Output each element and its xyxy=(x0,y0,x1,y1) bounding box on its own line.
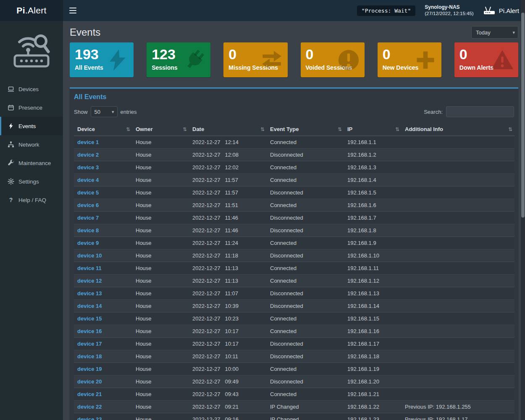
additional-info-cell xyxy=(402,224,514,237)
device-link[interactable]: device 23 xyxy=(77,416,102,420)
event-type-cell: Connected xyxy=(267,363,344,375)
date-cell: 2022-12-2711:24 xyxy=(189,237,267,249)
owner-cell: House xyxy=(132,413,189,420)
device-link[interactable]: device 16 xyxy=(77,328,102,334)
card-new-devices[interactable]: 0 New Devices xyxy=(378,42,441,77)
table-row: device 21House2022-12-2709:43Connected19… xyxy=(74,388,514,401)
additional-info-cell xyxy=(402,325,514,338)
device-link[interactable]: device 6 xyxy=(77,202,99,208)
device-link[interactable]: device 5 xyxy=(77,189,99,196)
additional-info-cell: Previous IP: 192.168.1.255 xyxy=(402,401,514,413)
sidebar-item-label: Network xyxy=(18,142,39,148)
card-voided-sessions[interactable]: 0 Voided Sessions xyxy=(301,42,365,77)
device-link[interactable]: device 2 xyxy=(77,152,99,158)
gear-icon xyxy=(8,178,14,185)
column-header-date[interactable]: Date⇅ xyxy=(189,123,267,136)
event-type-cell: Disconnected xyxy=(267,350,344,363)
device-link[interactable]: device 22 xyxy=(77,404,102,410)
sidebar-item-network[interactable]: Network xyxy=(0,135,63,154)
sidebar-item-events[interactable]: Events xyxy=(0,117,63,135)
bolt-icon xyxy=(8,123,14,129)
card-all-events[interactable]: 193 All Events xyxy=(70,42,134,77)
additional-info-cell xyxy=(402,249,514,262)
device-link[interactable]: device 3 xyxy=(77,164,99,171)
content-header: Events Today xyxy=(63,21,525,41)
column-header-event-type[interactable]: Event Type⇅ xyxy=(267,123,344,136)
ip-cell: 192.168.1.4 xyxy=(344,174,402,186)
sort-icon: ⇅ xyxy=(183,126,187,132)
additional-info-cell xyxy=(402,136,514,149)
device-link[interactable]: device 4 xyxy=(77,177,99,183)
date-cell: 2022-12-2711:07 xyxy=(189,287,267,300)
date-cell: 2022-12-2711:51 xyxy=(189,199,267,212)
column-header-owner[interactable]: Owner⇅ xyxy=(132,123,189,136)
device-link[interactable]: device 21 xyxy=(77,391,102,397)
period-select[interactable]: Today xyxy=(471,26,518,39)
table-row: device 16House2022-12-2710:17Connected19… xyxy=(74,325,514,338)
date-cell: 2022-12-2712:08 xyxy=(189,149,267,161)
event-type-cell: Connected xyxy=(267,312,344,325)
column-header-ip[interactable]: IP⇅ xyxy=(344,123,402,136)
device-link[interactable]: device 12 xyxy=(77,278,102,284)
date-cell: 2022-12-2709:49 xyxy=(189,375,267,388)
event-type-cell: Disconnected xyxy=(267,224,344,237)
owner-cell: House xyxy=(132,224,189,237)
device-link[interactable]: device 10 xyxy=(77,252,102,259)
date-cell: 2022-12-2711:57 xyxy=(189,186,267,199)
ip-cell: 192.168.1.13 xyxy=(344,287,402,300)
device-cell: device 3 xyxy=(74,161,132,174)
sidebar-item-maintenance[interactable]: Maintenance xyxy=(0,154,63,172)
show-label: Show xyxy=(74,109,88,115)
additional-info-cell xyxy=(402,287,514,300)
ip-cell: 192.168.1.21 xyxy=(344,388,402,401)
sidebar-toggle-button[interactable] xyxy=(63,0,82,21)
table-row: device 10House2022-12-2711:18Disconnecte… xyxy=(74,249,514,262)
card-sessions[interactable]: 123 Sessions xyxy=(147,42,210,77)
sidebar-item-settings[interactable]: Settings xyxy=(0,172,63,191)
scrollbar-thumb[interactable] xyxy=(521,13,525,218)
date-cell: 2022-12-2710:17 xyxy=(189,338,267,350)
card-down-alerts[interactable]: 0 Down Alerts xyxy=(454,42,518,77)
device-link[interactable]: device 7 xyxy=(77,215,99,221)
brand-text: .Alert xyxy=(25,5,47,16)
owner-cell: House xyxy=(132,401,189,413)
brand-logo[interactable]: Pi.Alert xyxy=(0,0,63,21)
device-link[interactable]: device 13 xyxy=(77,290,102,297)
sidebar-item-help[interactable]: ? Help / FAQ xyxy=(0,191,63,209)
device-link[interactable]: device 18 xyxy=(77,353,102,360)
table-row: device 22House2022-12-2709:21IP Changed1… xyxy=(74,401,514,413)
device-link[interactable]: device 14 xyxy=(77,303,102,309)
device-link[interactable]: device 20 xyxy=(77,378,102,385)
additional-info-cell xyxy=(402,161,514,174)
ip-cell: 192.168.1.10 xyxy=(344,249,402,262)
event-type-cell: Connected xyxy=(267,262,344,275)
date-cell: 2022-12-2710:11 xyxy=(189,350,267,363)
additional-info-cell xyxy=(402,212,514,224)
card-missing-sessions[interactable]: 0 Missing Sessions xyxy=(223,42,287,77)
table-row: device 8House2022-12-2711:46Disconnected… xyxy=(74,224,514,237)
device-link[interactable]: device 19 xyxy=(77,366,102,372)
owner-cell: House xyxy=(132,161,189,174)
column-header-device[interactable]: Device⇅ xyxy=(74,123,132,136)
date-cell: 2022-12-2711:46 xyxy=(189,224,267,237)
table-controls: Show 50 entries Search: xyxy=(70,105,518,123)
sidebar-item-presence[interactable]: Presence xyxy=(0,98,63,117)
sidebar-item-devices[interactable]: Devices xyxy=(0,80,63,98)
device-link[interactable]: device 11 xyxy=(77,265,102,271)
table-row: device 1House2022-12-2712:14Connected192… xyxy=(74,136,514,149)
device-link[interactable]: device 8 xyxy=(77,227,99,234)
device-link[interactable]: device 9 xyxy=(77,240,99,246)
panel-title: All Events xyxy=(70,89,518,105)
additional-info-cell xyxy=(402,149,514,161)
additional-info-cell: Previous IP: 192.168.1.17 xyxy=(402,413,514,420)
device-link[interactable]: device 15 xyxy=(77,315,102,322)
column-header-additional-info[interactable]: Additional Info⇅ xyxy=(402,123,514,136)
additional-info-cell xyxy=(402,262,514,275)
warning-triangle-icon xyxy=(490,48,514,72)
search-input[interactable] xyxy=(446,106,514,117)
ip-cell: 192.168.1.9 xyxy=(344,237,402,249)
device-link[interactable]: device 1 xyxy=(77,139,99,145)
page-length-select[interactable]: 50 xyxy=(91,106,118,117)
event-type-cell: Connected xyxy=(267,388,344,401)
device-link[interactable]: device 17 xyxy=(77,341,102,347)
